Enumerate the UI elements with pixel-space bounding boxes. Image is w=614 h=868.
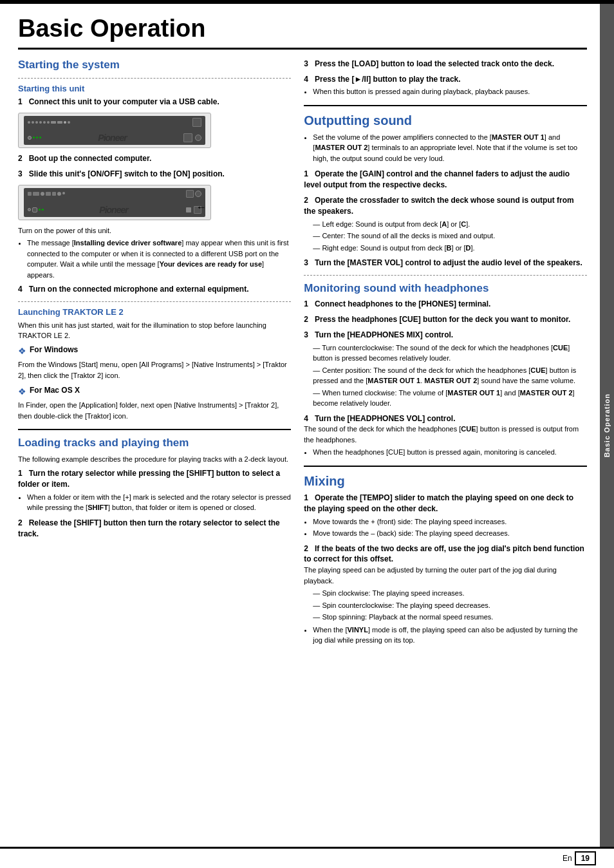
diamond-icon-mac: ❖ [18, 386, 26, 397]
step-3-text: Slide this unit's [ON/OFF] switch to the… [29, 169, 225, 178]
loading-step-4-bullets: When this button is pressed again during… [313, 86, 587, 97]
windows-text: From the Windows [Start] menu, open [All… [18, 359, 291, 381]
step-2-text: Boot up the connected computer. [29, 154, 152, 163]
mixing-step-2-body: The playing speed can be adjusted by tur… [304, 565, 587, 586]
loading-step-3-text: Press the [LOAD] button to load the sele… [315, 59, 554, 68]
loading-step-4: 4 Press the [►/II] button to play the tr… [304, 74, 587, 97]
step-4-number: 4 [18, 285, 23, 294]
monitor-step-4-num: 4 [304, 414, 308, 423]
monitor-step-1: 1 Connect headphones to the [PHONES] ter… [304, 299, 587, 310]
starting-system-title: Starting the system [18, 59, 291, 71]
loading-step-2-num: 2 [18, 518, 23, 527]
mixing-title: Mixing [304, 473, 587, 489]
mixing-step-2-dash-1: Spin clockwise: The playing speed increa… [313, 588, 587, 599]
device-image-1: Pioneer [18, 113, 211, 148]
step-3-power: 3 Slide this unit's [ON/OFF] switch to t… [18, 169, 291, 180]
windows-title: For Windows [30, 345, 78, 354]
loading-step-1: 1 Turn the rotary selector while pressin… [18, 468, 291, 513]
output-step-2-text: Operate the crossfader to switch the dec… [304, 196, 573, 216]
monitor-step-3: 3 Turn the [HEADPHONES MIX] control. Tur… [304, 330, 587, 409]
loading-step-1-num: 1 [18, 469, 23, 478]
monitor-step-3-dashes: Turn counterclockwise: The sound of the … [313, 343, 587, 409]
mixing-step-1-text: Operate the [TEMPO] slider to match the … [304, 493, 573, 513]
content-wrapper: Basic Operation Starting the system Star… [0, 4, 614, 847]
mixing-step-2-bullets: When the [VINYL] mode is off, the playin… [313, 625, 587, 646]
output-step-2-dash-2: Center: The sound of all the decks is mi… [313, 231, 587, 241]
launching-intro: When this unit has just started, wait fo… [18, 320, 291, 341]
output-step-3-num: 3 [304, 258, 308, 267]
step-1-connect: 1 Connect this unit to your computer via… [18, 97, 291, 108]
windows-section: ❖ For Windows [18, 345, 291, 357]
monitor-step-3-dash-2: Center position: The sound of the deck f… [313, 365, 587, 386]
side-tab: Basic Operation [600, 4, 614, 847]
starting-unit-subtitle: Starting this unit [18, 84, 291, 93]
mixing-step-2-dash-3: Stop spinning: Playback at the normal sp… [313, 612, 587, 623]
monitor-step-1-num: 1 [304, 299, 308, 308]
loading-step-3: 3 Press the [LOAD] button to load the se… [304, 59, 587, 70]
page-title: Basic Operation [18, 15, 587, 50]
loading-tracks-title: Loading tracks and playing them [18, 437, 291, 449]
monitoring-sound-section: Monitoring sound with headphones 1 Conne… [304, 282, 587, 458]
monitor-step-3-dash-3: When turned clockwise: The volume of [MA… [313, 388, 587, 409]
step-1-number: 1 [18, 97, 23, 106]
monitor-step-3-dash-1: Turn counterclockwise: The sound of the … [313, 343, 587, 364]
monitor-step-3-num: 3 [304, 330, 308, 339]
monitor-step-2: 2 Press the headphones [CUE] button for … [304, 314, 587, 325]
divider-solid-3 [304, 466, 587, 467]
note-power-on: Turn on the power of this unit. [18, 225, 291, 236]
monitor-step-3-text: Turn the [HEADPHONES MIX] control. [315, 330, 453, 339]
outputting-sound-note-1: Set the volume of the power amplifiers c… [313, 132, 587, 164]
loading-step-4-num: 4 [304, 75, 308, 84]
mixing-step-2-num: 2 [304, 544, 308, 553]
mixing-section: Mixing 1 Operate the [TEMPO] slider to m… [304, 473, 587, 646]
output-step-3: 3 Turn the [MASTER VOL] control to adjus… [304, 258, 587, 269]
loading-tracks-section: Loading tracks and playing them The foll… [18, 437, 291, 539]
divider-solid-2 [304, 105, 587, 106]
monitor-step-4-bullets: When the headphones [CUE] button is pres… [313, 447, 587, 458]
monitor-step-1-text: Connect headphones to the [PHONES] termi… [315, 299, 490, 308]
mixing-step-2: 2 If the beats of the two decks are off,… [304, 543, 587, 646]
mixing-step-2-text: If the beats of the two decks are off, u… [304, 544, 584, 564]
right-column: 3 Press the [LOAD] button to load the se… [304, 59, 587, 650]
step-2-number: 2 [18, 154, 23, 163]
starting-system-section: Starting the system Starting this unit 1… [18, 59, 291, 421]
monitor-step-4: 4 Turn the [HEADPHONES VOL] control. The… [304, 413, 587, 458]
divider-1 [18, 78, 291, 79]
loading-step-4-bullet-1: When this button is pressed again during… [313, 86, 587, 97]
note-driver: The message [Installing device driver so… [27, 238, 291, 280]
divider-2 [18, 301, 291, 302]
monitor-step-2-text: Press the headphones [CUE] button for th… [315, 315, 570, 324]
step-4-text: Turn on the connected microphone and ext… [29, 285, 249, 294]
divider-solid-1 [18, 429, 291, 430]
step-4-microphone: 4 Turn on the connected microphone and e… [18, 284, 291, 295]
loading-step-2: 2 Release the [SHIFT] button then turn t… [18, 518, 291, 540]
two-column-layout: Starting the system Starting this unit 1… [18, 59, 587, 650]
mixing-step-1-bullets: Move towards the + (front) side: The pla… [313, 516, 587, 539]
loading-tracks-intro: The following example describes the proc… [18, 454, 291, 465]
step-2-boot: 2 Boot up the connected computer. [18, 153, 291, 164]
mixing-step-1-bullet-1: Move towards the + (front) side: The pla… [313, 516, 587, 527]
outputting-sound-note: Set the volume of the power amplifiers c… [313, 132, 587, 164]
monitor-step-2-num: 2 [304, 315, 308, 324]
mixing-step-2-dashes: Spin clockwise: The playing speed increa… [313, 588, 587, 623]
page-number-box: 19 [575, 851, 596, 865]
device-image-2: Pioneer ← [18, 185, 211, 220]
page: Basic Operation Starting the system Star… [0, 0, 614, 868]
loading-step-4-text: Press the [►/II] button to play the trac… [315, 75, 461, 84]
launching-subtitle: Launching TRAKTOR LE 2 [18, 307, 291, 317]
main-content: Basic Operation Starting the system Star… [0, 4, 600, 847]
output-step-2-dash-1: Left edge: Sound is output from deck [A]… [313, 219, 587, 230]
output-step-1-text: Operate the [GAIN] control and the chann… [304, 169, 570, 189]
loading-step-3-num: 3 [304, 59, 308, 68]
step-3-number: 3 [18, 169, 23, 178]
output-step-1: 1 Operate the [GAIN] control and the cha… [304, 169, 587, 191]
outputting-sound-section: Outputting sound Set the volume of the p… [304, 113, 587, 269]
monitor-step-4-body: The sound of the deck for which the head… [304, 424, 587, 445]
mixing-step-2-dash-2: Spin counterclockwise: The playing speed… [313, 600, 587, 611]
loading-step-1-text: Turn the rotary selector while pressing … [18, 469, 280, 489]
monitor-step-4-bullet-1: When the headphones [CUE] button is pres… [313, 447, 587, 458]
loading-step-1-bullet-1: When a folder or item with the [+] mark … [27, 492, 291, 513]
step-1-text: Connect this unit to your computer via a… [29, 97, 219, 106]
monitor-step-4-text: Turn the [HEADPHONES VOL] control. [315, 414, 455, 423]
output-step-2-dashes: Left edge: Sound is output from deck [A]… [313, 219, 587, 254]
